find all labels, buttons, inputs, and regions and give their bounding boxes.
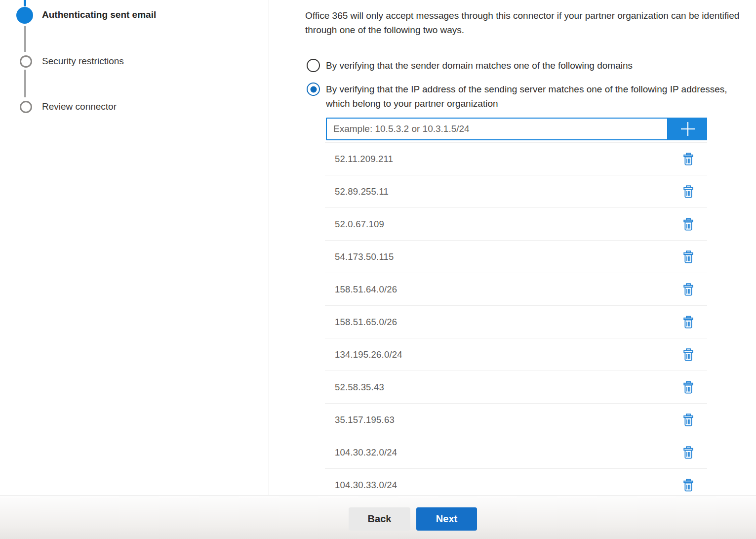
ip-address-value: 104.30.33.0/24 xyxy=(335,480,397,491)
plus-icon xyxy=(678,120,697,138)
radio-option-ip-address[interactable]: By verifying that the IP address of the … xyxy=(307,82,756,111)
delete-ip-button[interactable] xyxy=(681,347,695,363)
step-review-connector[interactable]: Review connector xyxy=(42,101,117,112)
trash-icon xyxy=(682,348,694,362)
step-open-dot-icon xyxy=(20,55,32,68)
back-button[interactable]: Back xyxy=(349,507,410,531)
ip-row: 52.0.67.109 xyxy=(325,208,707,241)
add-ip-button[interactable] xyxy=(668,118,707,140)
trash-icon xyxy=(682,185,694,199)
delete-ip-button[interactable] xyxy=(681,379,695,395)
ip-row: 35.157.195.63 xyxy=(325,404,707,436)
trash-icon xyxy=(682,478,694,492)
ip-address-value: 104.30.32.0/24 xyxy=(335,447,397,458)
ip-row: 134.195.26.0/24 xyxy=(325,338,707,371)
ip-entry-row xyxy=(326,118,707,140)
delete-ip-button[interactable] xyxy=(681,249,695,265)
ip-row: 52.58.35.43 xyxy=(325,371,707,404)
trash-icon xyxy=(682,380,694,394)
ip-address-value: 52.0.67.109 xyxy=(335,219,384,230)
intro-text: Office 365 will only accept messages thr… xyxy=(305,0,756,37)
ip-row: 158.51.65.0/26 xyxy=(325,306,707,338)
trash-icon xyxy=(682,315,694,329)
ip-row: 104.30.32.0/24 xyxy=(325,436,707,469)
ip-address-value: 52.11.209.211 xyxy=(335,154,393,165)
trash-icon xyxy=(682,413,694,427)
ip-row: 158.51.64.0/26 xyxy=(325,273,707,306)
wizard-steps-sidebar: Authenticating sent email Security restr… xyxy=(0,0,269,495)
ip-address-value: 158.51.64.0/26 xyxy=(335,284,397,295)
delete-ip-button[interactable] xyxy=(681,412,695,428)
ip-row: 52.89.255.11 xyxy=(325,175,707,208)
ip-address-value: 52.89.255.11 xyxy=(335,186,389,197)
radio-unselected-icon[interactable] xyxy=(307,59,320,72)
delete-ip-button[interactable] xyxy=(681,282,695,297)
connector-settings-panel: Office 365 will only accept messages thr… xyxy=(270,0,756,495)
ip-address-value: 134.195.26.0/24 xyxy=(335,349,402,360)
trash-icon xyxy=(682,250,694,264)
ip-row: 52.11.209.211 xyxy=(325,143,707,175)
footer-buttons: Back Next xyxy=(349,507,477,531)
wizard-footer: Back Next xyxy=(0,495,756,539)
delete-ip-button[interactable] xyxy=(681,314,695,330)
delete-ip-button[interactable] xyxy=(681,445,695,460)
step-open-dot-icon xyxy=(20,101,32,113)
step-active-dot-icon xyxy=(16,7,33,24)
next-button[interactable]: Next xyxy=(416,507,477,531)
delete-ip-button[interactable] xyxy=(681,151,695,167)
trash-icon xyxy=(682,446,694,459)
ip-address-list: 52.11.209.211 52.89.255.11 xyxy=(325,142,707,501)
step-security-restrictions[interactable]: Security restrictions xyxy=(42,56,124,67)
ip-address-input[interactable] xyxy=(326,118,668,140)
step-connector-line xyxy=(24,26,26,52)
ip-address-value: 158.51.65.0/26 xyxy=(335,317,397,328)
step-authenticating-sent-email[interactable]: Authenticating sent email xyxy=(42,9,156,20)
radio-option-label: By verifying that the sender domain matc… xyxy=(326,58,633,73)
delete-ip-button[interactable] xyxy=(681,184,695,200)
ip-address-value: 35.157.195.63 xyxy=(335,415,395,425)
connector-wizard-page: Authenticating sent email Security restr… xyxy=(0,0,756,539)
step-connector-line xyxy=(24,70,26,97)
radio-option-sender-domain[interactable]: By verifying that the sender domain matc… xyxy=(307,58,756,73)
delete-ip-button[interactable] xyxy=(681,477,695,493)
ip-address-value: 54.173.50.115 xyxy=(335,251,394,262)
delete-ip-button[interactable] xyxy=(681,216,695,232)
step-connector-line-top xyxy=(24,0,26,6)
ip-row: 54.173.50.115 xyxy=(325,241,707,273)
trash-icon xyxy=(682,283,694,296)
ip-address-value: 52.58.35.43 xyxy=(335,382,384,393)
radio-option-label: By verifying that the IP address of the … xyxy=(326,82,732,111)
trash-icon xyxy=(682,217,694,231)
trash-icon xyxy=(682,152,694,166)
radio-selected-icon[interactable] xyxy=(307,83,320,96)
